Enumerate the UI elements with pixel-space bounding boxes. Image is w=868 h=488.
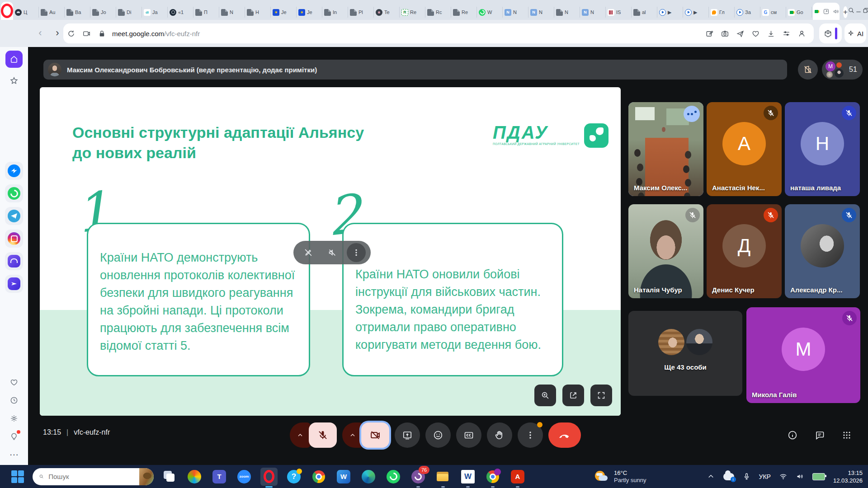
raise-hand-button[interactable] <box>487 422 512 448</box>
page-edit-icon[interactable] <box>702 26 717 41</box>
popout-icon[interactable] <box>823 8 830 15</box>
camera-muted-button[interactable] <box>361 422 389 448</box>
taskbar-app[interactable] <box>459 468 476 486</box>
taskbar-app[interactable]: 76 <box>410 468 427 486</box>
reload-icon[interactable] <box>63 26 79 41</box>
settings-gear-icon[interactable] <box>8 413 20 424</box>
chat-button[interactable] <box>811 427 828 444</box>
forward-icon[interactable]: › <box>51 26 64 40</box>
participant-tile[interactable]: Ще 43 особи <box>628 311 742 396</box>
back-icon[interactable]: ‹ <box>33 26 47 40</box>
likes-heart-icon[interactable] <box>8 376 20 388</box>
start-button[interactable] <box>10 469 25 484</box>
browser-tab[interactable]: Pl <box>348 7 374 18</box>
sidebar-messenger-item[interactable] <box>5 184 23 202</box>
ideas-bulb-icon[interactable] <box>8 431 20 442</box>
tab-media-icon[interactable] <box>79 26 94 41</box>
taskbar-app[interactable] <box>385 468 402 486</box>
browser-tab[interactable]: Go <box>786 7 812 18</box>
open-in-new-button[interactable] <box>562 385 584 406</box>
participant-tile[interactable]: Максим Олекс... <box>628 102 703 196</box>
taskbar-app[interactable] <box>186 468 203 486</box>
activities-grid-button[interactable] <box>838 427 855 444</box>
mic-muted-button[interactable] <box>309 422 337 448</box>
browser-tab[interactable]: al <box>632 7 657 18</box>
browser-tab[interactable]: см <box>760 7 786 18</box>
mute-presentation-icon[interactable] <box>323 243 342 262</box>
browser-tab[interactable]: N <box>219 7 245 18</box>
browser-tab[interactable]: Re <box>451 7 477 18</box>
reactions-button[interactable] <box>425 422 451 448</box>
browser-tab[interactable]: Au <box>39 7 65 18</box>
sidebar-messenger-item[interactable] <box>5 207 23 225</box>
opera-menu-button[interactable] <box>1 2 13 20</box>
new-tab-button[interactable]: + <box>843 6 848 18</box>
end-call-button[interactable] <box>548 422 581 448</box>
browser-tab[interactable]: N <box>528 7 554 18</box>
sidebar-messenger-item[interactable] <box>5 162 23 180</box>
send-flow-icon[interactable] <box>732 26 748 41</box>
volume-icon[interactable] <box>796 472 804 481</box>
tab-audio-icon[interactable] <box>833 8 840 15</box>
browser-tab[interactable]: За <box>735 7 760 18</box>
present-button[interactable] <box>395 422 420 448</box>
tab-search-icon[interactable] <box>848 3 855 18</box>
taskbar-app[interactable] <box>260 468 278 486</box>
browser-tab[interactable]: Гл <box>709 7 735 18</box>
taskbar-search[interactable] <box>33 468 154 485</box>
taskbar-app[interactable] <box>310 468 327 486</box>
participant-tile[interactable]: А Анастасія Нек... <box>707 102 782 196</box>
sidebar-bookmarks-button[interactable] <box>5 72 23 89</box>
language-indicator[interactable]: УКР <box>759 473 771 480</box>
window-restore-button[interactable] <box>862 3 868 18</box>
browser-tab[interactable]: Je <box>271 7 297 18</box>
browser-tab[interactable]: ▶ <box>657 7 683 18</box>
company-mode-button[interactable] <box>798 60 818 80</box>
browser-tab[interactable]: П <box>193 7 219 18</box>
taskbar-app[interactable] <box>434 468 452 486</box>
browser-tab[interactable]: Re <box>400 7 425 18</box>
browser-tab[interactable]: IS <box>606 7 632 18</box>
browser-tab[interactable]: Jo <box>90 7 116 18</box>
mic-options-chevron[interactable] <box>290 422 311 448</box>
meeting-details-button[interactable] <box>784 427 801 444</box>
browser-tab[interactable]: N <box>580 7 606 18</box>
zoom-in-button[interactable] <box>534 385 556 406</box>
participant-tile[interactable]: Наталія Чубур <box>628 204 703 298</box>
active-tab-google-meet[interactable] <box>813 3 840 20</box>
tray-mic-icon[interactable] <box>742 472 751 481</box>
history-clock-icon[interactable] <box>8 394 20 406</box>
window-minimize-button[interactable] <box>855 3 862 18</box>
browser-tab[interactable]: N <box>554 7 580 18</box>
annotate-off-icon[interactable] <box>299 243 318 262</box>
camera-options-chevron[interactable] <box>342 422 363 448</box>
url-field[interactable]: meet.google.com/vfc-eufz-nfr <box>63 23 814 43</box>
browser-tab[interactable]: W <box>477 7 503 18</box>
search-daily-image[interactable] <box>139 468 154 485</box>
profile-icon[interactable] <box>794 26 809 41</box>
sidebar-home-button[interactable] <box>5 51 23 68</box>
sidebar-panel-button[interactable] <box>819 23 842 43</box>
onedrive-icon[interactable] <box>723 473 734 480</box>
tray-clock[interactable]: 13:15 12.03.2026 <box>833 469 863 484</box>
captions-button[interactable] <box>456 422 481 448</box>
taskbar-weather[interactable]: 16°C Partly sunny <box>594 469 646 484</box>
presenter-banner[interactable]: Максим Олександрович Бобровський (веде п… <box>43 60 787 80</box>
browser-tab[interactable]: Je <box>297 7 322 18</box>
browser-tab[interactable]: Ц <box>13 7 39 18</box>
taskbar-app[interactable] <box>161 468 178 486</box>
participant-tile[interactable]: Александр Кр... <box>785 204 860 298</box>
tile-more-button[interactable] <box>684 106 700 122</box>
browser-tab[interactable]: In <box>322 7 348 18</box>
browser-tab[interactable]: «1 <box>168 7 193 18</box>
browser-tab[interactable]: Ba <box>65 7 90 18</box>
snapshot-camera-icon[interactable] <box>717 26 732 41</box>
browser-tab[interactable]: N <box>503 7 528 18</box>
sidebar-messenger-item[interactable] <box>5 230 23 248</box>
downloads-icon[interactable] <box>763 26 778 41</box>
browser-tab[interactable]: Di <box>116 7 142 18</box>
wifi-icon[interactable] <box>779 472 788 481</box>
browser-tab[interactable]: ▶ <box>683 7 709 18</box>
browser-tab[interactable]: Rc <box>425 7 451 18</box>
participant-tile[interactable]: Н наташа ливада <box>785 102 860 196</box>
